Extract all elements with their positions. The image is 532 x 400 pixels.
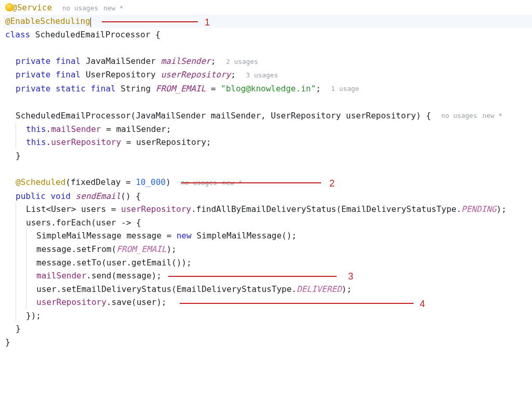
code-line[interactable]: message.setTo(user.getEmail());	[3, 256, 532, 270]
code-line[interactable]: SimpleMailMessage message = new SimpleMa…	[3, 229, 532, 243]
callout-arrow-icon	[185, 182, 321, 183]
callout-arrow-icon	[168, 276, 337, 277]
intention-bulb-icon[interactable]	[5, 3, 14, 11]
inlay-hint: 3 usages	[241, 68, 278, 82]
annotation-service: @Service	[12, 3, 52, 12]
code-line[interactable]: private static final String FROM_EMAIL =…	[3, 82, 532, 96]
code-editor[interactable]: @Service no usagesnew * @EnableSchedulin…	[0, 0, 532, 349]
code-line[interactable]: }	[3, 336, 532, 349]
code-line[interactable]: @Service no usagesnew *	[3, 1, 532, 15]
code-line[interactable]: List<User> users = userRepository.findAl…	[3, 203, 532, 216]
code-line[interactable]: }	[3, 322, 532, 336]
callout-arrow-icon	[102, 21, 198, 22]
code-line[interactable]: private final UserRepository userReposit…	[3, 68, 532, 82]
code-line[interactable]: }	[3, 149, 532, 163]
code-line[interactable]: message.setFrom(FROM_EMAIL);	[3, 243, 532, 256]
code-line[interactable]	[3, 163, 532, 176]
code-line[interactable]: userRepository.save(user); 4	[3, 296, 532, 309]
code-line[interactable]: public void sendEmail() {	[3, 190, 532, 203]
text-caret	[90, 18, 91, 27]
code-line[interactable]: this.userRepository = userRepository;	[3, 136, 532, 149]
code-line[interactable]: users.forEach(user -> {	[3, 216, 532, 230]
inlay-hint: no usagesnew *	[57, 1, 124, 15]
code-line[interactable]: user.setEmailDeliveryStatus(EmailDeliver…	[3, 283, 532, 296]
code-line[interactable]: ScheduledEmailProcessor(JavaMailSender m…	[3, 109, 532, 123]
code-line[interactable]: @Scheduled(fixedDelay = 10_000) no usage…	[3, 176, 532, 189]
callout-arrow-icon	[180, 303, 414, 304]
annotation-enablescheduling: @EnableScheduling	[5, 16, 90, 26]
code-line[interactable]: private final JavaMailSender mailSender;…	[3, 55, 532, 68]
annotation-scheduled: @Scheduled	[16, 177, 65, 187]
code-line[interactable]	[3, 41, 532, 55]
callout-label: 3	[348, 269, 353, 284]
inlay-hint: 1 usage	[326, 82, 359, 95]
code-line[interactable]: class ScheduledEmailProcessor {	[3, 28, 532, 42]
code-line[interactable]	[3, 96, 532, 109]
code-line[interactable]: mailSender.send(message); 3	[3, 269, 532, 283]
code-line[interactable]: this.mailSender = mailSender;	[3, 123, 532, 136]
inlay-hint: 2 usages	[221, 55, 258, 68]
inlay-hint: no usagesnew *	[436, 109, 502, 122]
code-line[interactable]: });	[3, 309, 532, 323]
code-line[interactable]: @EnableScheduling 1	[3, 15, 532, 28]
